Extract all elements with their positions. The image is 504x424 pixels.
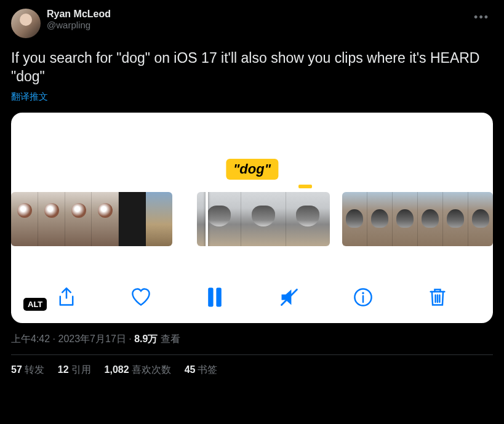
media-toolbar	[11, 285, 493, 310]
quotes-stat[interactable]: 12引用	[58, 364, 91, 377]
clip-frame	[11, 192, 38, 246]
search-token-badge: "dog"	[226, 159, 278, 180]
divider	[11, 354, 493, 355]
engagement-stats: 57转发 12引用 1,082喜欢次数 45书签	[11, 364, 493, 377]
more-options-button[interactable]: •••	[470, 9, 493, 26]
avatar[interactable]	[11, 9, 41, 38]
clip-group	[11, 192, 172, 246]
clip-frame	[197, 192, 241, 246]
pause-icon[interactable]	[202, 285, 227, 310]
alt-badge[interactable]: ALT	[23, 298, 47, 311]
views-label: 查看	[161, 334, 180, 344]
info-icon[interactable]	[351, 285, 375, 310]
clip-frame	[65, 192, 92, 246]
retweets-stat[interactable]: 57转发	[11, 364, 44, 377]
heart-icon[interactable]	[129, 285, 153, 310]
media-attachment[interactable]: "dog"	[11, 113, 493, 323]
clip-frame	[146, 192, 172, 246]
bookmarks-stat[interactable]: 45书签	[185, 364, 218, 377]
translate-link[interactable]: 翻译推文	[11, 91, 493, 103]
likes-stat[interactable]: 1,082喜欢次数	[105, 364, 171, 377]
clip-frame	[443, 192, 468, 246]
clip-frame	[393, 192, 418, 246]
author-name[interactable]: Ryan McLeod	[47, 9, 111, 20]
views-count: 8.9万	[134, 334, 158, 344]
svg-rect-1	[217, 287, 222, 306]
trash-icon[interactable]	[425, 285, 450, 310]
clip-group	[342, 192, 493, 246]
tweet-metadata: 上午4:42 · 2023年7月17日 · 8.9万 查看	[11, 333, 493, 346]
audio-marker	[298, 185, 312, 188]
clip-frame	[418, 192, 443, 246]
playhead	[206, 192, 208, 246]
mute-icon[interactable]	[277, 285, 302, 310]
clip-frame	[38, 192, 65, 246]
svg-point-4	[362, 292, 364, 294]
svg-rect-0	[208, 287, 213, 306]
tweet-time[interactable]: 上午4:42	[11, 334, 50, 344]
clip-group	[197, 192, 330, 246]
clip-frame	[468, 192, 493, 246]
share-icon[interactable]	[54, 285, 79, 310]
clip-frame	[92, 192, 119, 246]
clip-frame	[367, 192, 393, 246]
tweet-text: If you search for "dog" on iOS 17 it'll …	[11, 49, 493, 86]
tweet-date[interactable]: 2023年7月17日	[58, 334, 126, 344]
author-handle[interactable]: @warpling	[47, 20, 111, 30]
clip-frame	[286, 192, 330, 246]
clip-frame	[241, 192, 286, 246]
clip-frame	[119, 192, 146, 246]
clip-frame	[342, 192, 367, 246]
video-timeline	[11, 192, 493, 246]
